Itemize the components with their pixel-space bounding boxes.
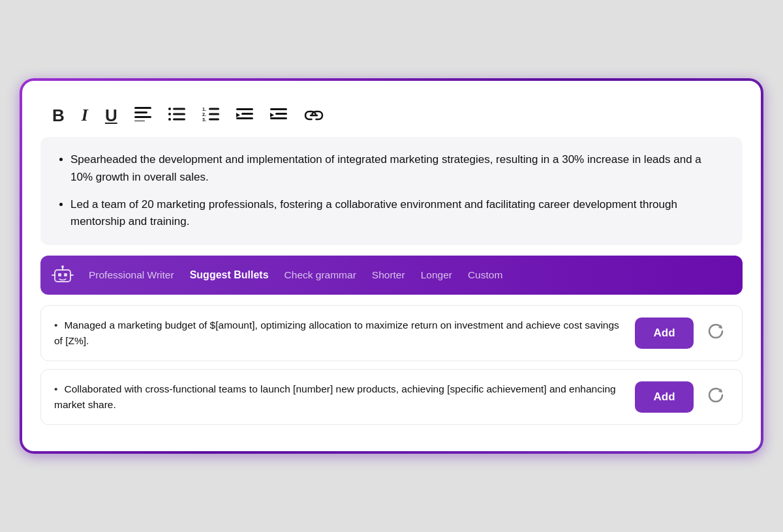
svg-rect-23 (270, 117, 287, 119)
svg-point-29 (61, 265, 64, 268)
svg-rect-17 (241, 113, 253, 115)
svg-rect-19 (236, 117, 253, 119)
svg-rect-11 (209, 108, 219, 110)
svg-rect-20 (270, 108, 287, 110)
svg-rect-16 (236, 108, 253, 110)
suggestion-text-2: Collaborated with cross-functional teams… (54, 381, 626, 412)
svg-rect-5 (173, 108, 185, 110)
ai-robot-icon (51, 263, 74, 287)
unordered-list-button[interactable] (166, 106, 188, 125)
svg-rect-13 (209, 113, 219, 115)
text-toolbar: B I U (40, 99, 743, 137)
add-button-2[interactable]: Add (635, 381, 694, 413)
suggestion-row-1: Managed a marketing budget of $[amount],… (40, 305, 743, 361)
svg-rect-27 (64, 273, 67, 276)
ai-shorter-btn[interactable]: Shorter (365, 265, 412, 285)
bold-button[interactable]: B (50, 106, 67, 125)
svg-rect-2 (134, 116, 151, 118)
refresh-button-1[interactable] (703, 318, 729, 348)
svg-rect-9 (173, 119, 185, 121)
ai-suggest-bullets-btn[interactable]: Suggest Bullets (183, 265, 275, 285)
ai-custom-btn[interactable]: Custom (461, 265, 509, 285)
svg-rect-7 (173, 113, 185, 115)
svg-point-8 (168, 118, 171, 121)
svg-marker-18 (236, 113, 240, 117)
svg-point-4 (168, 108, 171, 110)
svg-rect-21 (275, 113, 287, 115)
indent-button[interactable] (268, 106, 290, 125)
svg-text:2.: 2. (202, 112, 206, 117)
ordered-list-button[interactable]: 1. 2. 3. (200, 106, 222, 125)
svg-rect-15 (209, 119, 219, 121)
svg-point-6 (168, 113, 171, 115)
italic-button[interactable]: I (79, 106, 91, 125)
svg-rect-0 (134, 107, 151, 109)
bullet-list: Spearheaded the development and implemen… (57, 151, 726, 230)
inner-panel: B I U (22, 81, 761, 451)
suggestion-row-2: Collaborated with cross-functional teams… (40, 369, 743, 425)
ai-longer-btn[interactable]: Longer (414, 265, 459, 285)
ai-professional-writer-btn[interactable]: Professional Writer (82, 265, 181, 285)
ai-check-grammar-btn[interactable]: Check grammar (278, 265, 363, 285)
svg-marker-22 (270, 113, 274, 117)
content-editor[interactable]: Spearheaded the development and implemen… (40, 137, 743, 244)
align-button[interactable] (132, 106, 154, 125)
main-card: B I U (20, 78, 763, 453)
outdent-button[interactable] (234, 106, 256, 125)
svg-rect-1 (134, 111, 147, 113)
suggestion-text-1: Managed a marketing budget of $[amount],… (54, 318, 626, 348)
ai-toolbar-items: Professional Writer Suggest Bullets Chec… (82, 265, 732, 285)
bullet-item-1: Spearheaded the development and implemen… (70, 151, 726, 186)
add-button-1[interactable]: Add (635, 318, 694, 349)
svg-text:1.: 1. (202, 107, 206, 111)
bullet-item-2: Led a team of 20 marketing professionals… (70, 196, 726, 231)
svg-rect-26 (58, 273, 61, 276)
ai-toolbar: Professional Writer Suggest Bullets Chec… (40, 256, 743, 295)
underline-button[interactable]: U (102, 106, 120, 125)
refresh-button-2[interactable] (703, 382, 729, 412)
svg-rect-3 (134, 121, 145, 121)
link-button[interactable] (301, 106, 326, 125)
svg-text:3.: 3. (202, 117, 206, 121)
